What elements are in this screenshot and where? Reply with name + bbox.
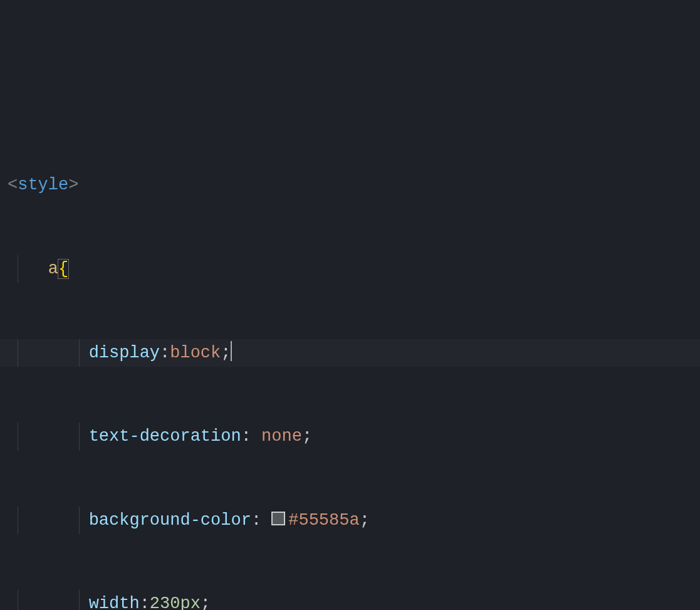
indent-guide xyxy=(79,339,80,367)
colon: : xyxy=(251,511,261,530)
css-selector: a xyxy=(48,260,58,278)
angle-bracket: > xyxy=(68,176,78,194)
code-editor[interactable]: <style> a{ display:block; text-decoratio… xyxy=(0,115,700,610)
indent-guide xyxy=(79,423,80,451)
code-line[interactable]: a{ xyxy=(0,255,700,283)
colon: : xyxy=(241,427,251,446)
css-property: background-color xyxy=(89,511,251,530)
semicolon: ; xyxy=(360,511,370,530)
css-property: display xyxy=(89,344,160,362)
semicolon: ; xyxy=(221,344,231,362)
brace-open: { xyxy=(58,259,69,279)
angle-bracket: < xyxy=(8,176,18,194)
semicolon: ; xyxy=(302,427,312,446)
tag-name: style xyxy=(18,176,68,194)
css-value: none xyxy=(261,427,302,446)
indent-guide xyxy=(18,255,18,283)
css-value: block xyxy=(170,344,221,362)
indent-guide xyxy=(18,507,18,535)
indent-guide xyxy=(79,507,80,535)
css-property: text-decoration xyxy=(89,427,241,446)
indent-guide xyxy=(18,423,18,451)
css-color-hex: #55585a xyxy=(288,511,359,530)
css-unit: px xyxy=(180,594,200,610)
semicolon: ; xyxy=(201,594,211,610)
indent-guide xyxy=(18,590,18,610)
code-line[interactable]: width:230px; xyxy=(0,590,700,610)
code-line-active[interactable]: display:block; xyxy=(0,339,700,367)
colon: : xyxy=(160,344,170,362)
indent-guide xyxy=(79,590,80,610)
colon: : xyxy=(140,594,150,610)
code-line[interactable]: text-decoration: none; xyxy=(0,423,700,451)
code-line[interactable]: <style> xyxy=(0,171,700,199)
css-number: 230 xyxy=(150,594,180,610)
color-swatch-icon[interactable] xyxy=(271,512,285,525)
code-line[interactable]: background-color: #55585a; xyxy=(0,507,700,535)
css-property: width xyxy=(89,594,140,610)
indent-guide xyxy=(18,339,18,367)
